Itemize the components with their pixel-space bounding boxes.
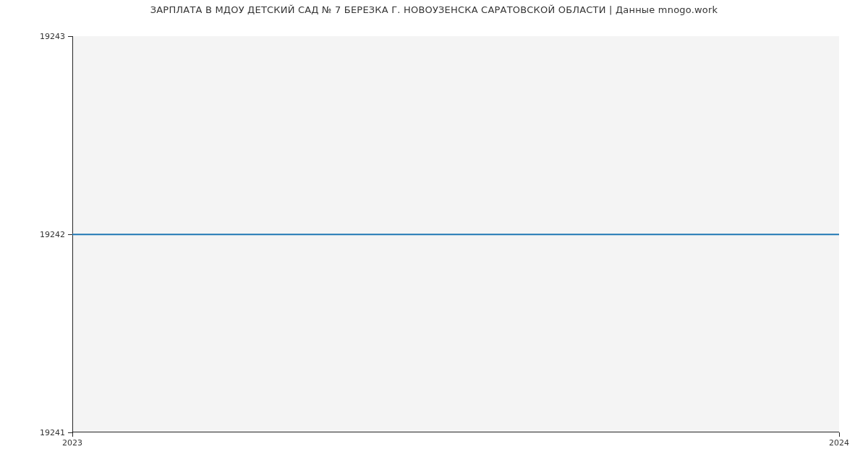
plot-area: 19243 19242 19241 2023 2024	[72, 36, 839, 432]
chart-container: ЗАРПЛАТА В МДОУ ДЕТСКИЙ САД № 7 БЕРЕЗКА …	[0, 0, 868, 470]
chart-title: ЗАРПЛАТА В МДОУ ДЕТСКИЙ САД № 7 БЕРЕЗКА …	[0, 4, 868, 15]
y-tick-label: 19241	[40, 428, 65, 437]
axis-spine-bottom	[72, 432, 839, 432]
y-tick-label: 19243	[40, 32, 65, 41]
x-tick	[72, 432, 73, 437]
y-tick	[68, 36, 72, 37]
x-tick-label: 2023	[62, 438, 82, 448]
x-tick	[839, 432, 840, 437]
plot-outer: 19243 19242 19241 2023 2024	[72, 36, 839, 432]
data-line	[72, 234, 839, 235]
x-tick-label: 2024	[829, 438, 849, 448]
y-tick-label: 19242	[40, 230, 65, 239]
